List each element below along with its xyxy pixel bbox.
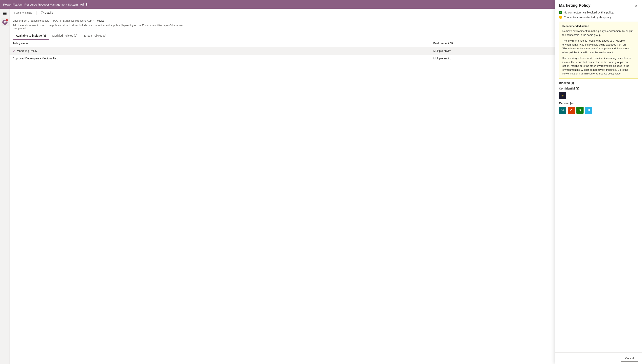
nav-icon: ⊞ xyxy=(3,20,8,25)
recommended-para-1: Remove environment from this policy's en… xyxy=(562,29,635,37)
confidential-icons: $· xyxy=(559,92,638,99)
status-yellow: Connectors are restricted by this policy… xyxy=(559,16,638,19)
panel-footer: Cancel xyxy=(555,352,642,364)
green-connector-icon: ◎ xyxy=(576,107,583,114)
status-green-text: No connectors are blocked by this policy… xyxy=(564,11,614,14)
panel-close-button[interactable]: × xyxy=(634,3,638,9)
main-content: + Add to policy ⓘ Details Environment Cr… xyxy=(10,9,642,364)
panel-header: Marketing Policy × xyxy=(555,0,642,11)
tab-tenant[interactable]: Tenant Policies (0) xyxy=(81,32,110,40)
yellow-dot-icon xyxy=(559,16,562,19)
policy-name-text: Approved Developers - Medium Risk xyxy=(13,57,58,60)
svg-rect-0 xyxy=(3,12,7,12)
breadcrumb-arrow-2: › xyxy=(93,20,94,22)
table-row[interactable]: ✔Marketing PolicyMultiple enviro xyxy=(10,47,642,55)
col-policy-name: Policy name xyxy=(10,40,430,47)
sidebar: ⊞ xyxy=(0,9,10,364)
notification-badge xyxy=(6,19,8,22)
cancel-button[interactable]: Cancel xyxy=(621,355,638,362)
selected-check-icon: ✔ xyxy=(13,49,15,52)
recommended-para-2: The environment only needs to be added t… xyxy=(562,39,635,54)
sidebar-nav-home[interactable]: ⊞ xyxy=(1,18,9,26)
policies-table: Policy name Environment filt ✔Marketing … xyxy=(10,40,642,62)
status-green: No connectors are blocked by this policy… xyxy=(559,11,638,14)
confidential-title: Confidential (1) xyxy=(559,87,638,90)
confidential-section: Confidential (1) $· xyxy=(559,87,638,99)
hamburger-menu-button[interactable] xyxy=(2,10,8,17)
status-yellow-text: Connectors are restricted by this policy… xyxy=(564,16,612,19)
green-check-icon xyxy=(559,11,562,14)
breadcrumb: Environment Creation Requests › POC for … xyxy=(10,17,642,23)
details-button[interactable]: ⓘ Details xyxy=(40,10,54,16)
general-title: General (4) xyxy=(559,102,638,105)
recommended-action-box: Recommended action Remove environment fr… xyxy=(559,22,638,78)
office365-icon: O xyxy=(568,107,575,114)
toolbar: + Add to policy ⓘ Details xyxy=(10,9,642,17)
snowflake-icon: ❄ xyxy=(585,107,592,114)
svg-rect-2 xyxy=(3,14,7,15)
breadcrumb-item-1[interactable]: Environment Creation Requests xyxy=(13,19,49,22)
policy-name-cell: Approved Developers - Medium Risk xyxy=(10,55,430,62)
breadcrumb-current: Policies xyxy=(96,19,105,22)
toolbar-separator xyxy=(36,11,37,15)
panel-body: No connectors are blocked by this policy… xyxy=(555,11,642,352)
tab-modified[interactable]: Modified Policies (0) xyxy=(49,32,81,40)
policy-name-cell: ✔Marketing Policy xyxy=(10,47,430,55)
policy-name-text: Marketing Policy xyxy=(17,49,37,52)
svg-rect-1 xyxy=(3,13,7,14)
policies-table-container: Policy name Environment filt ✔Marketing … xyxy=(10,40,642,364)
general-icons: SP O ◎ ❄ xyxy=(559,107,638,114)
recommended-text: Remove environment from this policy's en… xyxy=(562,29,635,76)
tabs-bar: Available to include (3) Modified Polici… xyxy=(10,32,642,40)
blocked-section: Blocked (0) xyxy=(559,82,638,84)
page-description: Add the environment to one of the polici… xyxy=(10,23,188,32)
add-to-policy-button[interactable]: + Add to policy xyxy=(13,10,33,15)
recommended-para-3: If no existing policies work, consider i… xyxy=(562,56,635,76)
table-row[interactable]: Approved Developers - Medium RiskMultipl… xyxy=(10,55,642,62)
recommended-label: Recommended action xyxy=(562,24,635,28)
breadcrumb-arrow-1: › xyxy=(51,20,52,22)
sharepoint-icon: SP xyxy=(559,107,566,114)
app-title: Power Platform Resource Request Manageme… xyxy=(3,3,89,6)
tab-available[interactable]: Available to include (3) xyxy=(13,32,49,40)
panel-title: Marketing Policy xyxy=(559,3,590,8)
breadcrumb-item-2[interactable]: POC for Dynamics Marketing App xyxy=(53,19,92,22)
general-section: General (4) SP O ◎ ❄ xyxy=(559,102,638,114)
top-bar: Power Platform Resource Request Manageme… xyxy=(0,0,642,9)
marketing-policy-panel: Marketing Policy × No connectors are blo… xyxy=(555,0,642,364)
blocked-title: Blocked (0) xyxy=(559,82,638,84)
docusign-icon: $· xyxy=(559,92,566,99)
